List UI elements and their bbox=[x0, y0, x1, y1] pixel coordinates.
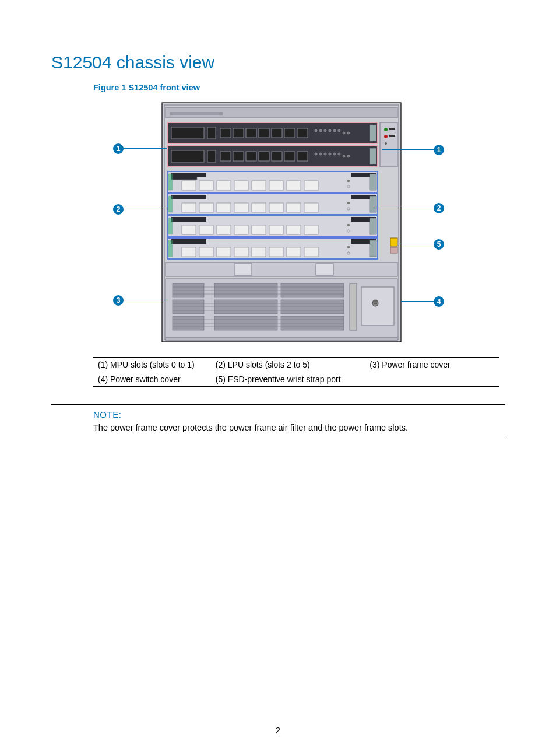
callout-2-left: 2 bbox=[113, 204, 124, 215]
svg-point-33 bbox=[315, 153, 317, 155]
svg-rect-8 bbox=[220, 128, 231, 138]
svg-rect-41 bbox=[370, 148, 376, 164]
svg-rect-61 bbox=[287, 181, 301, 190]
svg-rect-53 bbox=[171, 173, 206, 177]
svg-rect-59 bbox=[252, 181, 266, 190]
svg-point-45 bbox=[385, 142, 387, 145]
svg-rect-95 bbox=[171, 239, 206, 244]
svg-rect-84 bbox=[199, 225, 213, 235]
svg-rect-85 bbox=[217, 225, 231, 235]
svg-point-35 bbox=[324, 153, 326, 155]
svg-point-17 bbox=[324, 130, 326, 132]
svg-point-15 bbox=[315, 130, 317, 132]
svg-rect-137 bbox=[166, 337, 397, 341]
svg-rect-102 bbox=[269, 247, 283, 257]
svg-rect-31 bbox=[284, 152, 295, 161]
callout-5-right: 5 bbox=[434, 239, 444, 250]
legend-cell: (5) ESD-preventive wrist strap port bbox=[211, 372, 365, 387]
svg-rect-46 bbox=[389, 128, 395, 130]
svg-rect-79 bbox=[370, 196, 376, 212]
callout-1-right: 1 bbox=[434, 145, 444, 155]
svg-rect-9 bbox=[233, 128, 244, 138]
svg-rect-10 bbox=[246, 128, 256, 138]
legend-cell: (3) Power frame cover bbox=[365, 358, 499, 372]
table-row: (4) Power switch cover (5) ESD-preventiv… bbox=[93, 372, 499, 387]
svg-point-105 bbox=[347, 246, 350, 249]
svg-rect-30 bbox=[272, 152, 282, 161]
svg-rect-28 bbox=[246, 152, 256, 161]
callout-line bbox=[374, 208, 434, 208]
svg-point-21 bbox=[343, 132, 345, 134]
svg-rect-47 bbox=[389, 135, 395, 137]
svg-rect-80 bbox=[168, 196, 173, 212]
svg-point-36 bbox=[329, 153, 331, 155]
svg-point-18 bbox=[329, 130, 331, 132]
svg-point-77 bbox=[347, 202, 350, 204]
svg-rect-97 bbox=[182, 247, 196, 257]
svg-rect-72 bbox=[234, 203, 248, 212]
svg-point-91 bbox=[347, 224, 350, 226]
svg-rect-103 bbox=[287, 247, 301, 257]
svg-rect-83 bbox=[182, 225, 196, 235]
svg-rect-81 bbox=[171, 217, 206, 222]
svg-rect-111 bbox=[166, 262, 397, 276]
callout-line bbox=[382, 149, 434, 150]
callout-line bbox=[124, 148, 167, 149]
legend-cell: (2) LPU slots (slots 2 to 5) bbox=[211, 358, 365, 372]
svg-rect-27 bbox=[233, 152, 244, 161]
callout-3-left: 3 bbox=[113, 295, 124, 306]
svg-rect-12 bbox=[272, 128, 282, 138]
svg-rect-67 bbox=[171, 195, 206, 200]
page-number: 2 bbox=[0, 726, 556, 735]
svg-rect-101 bbox=[252, 247, 266, 257]
svg-point-43 bbox=[384, 128, 388, 131]
svg-rect-109 bbox=[390, 238, 397, 246]
svg-rect-24 bbox=[171, 150, 204, 162]
svg-point-19 bbox=[333, 130, 336, 132]
figure-caption: Figure 1 S12504 front view bbox=[93, 83, 505, 92]
svg-rect-100 bbox=[234, 247, 248, 257]
svg-rect-93 bbox=[370, 218, 376, 235]
svg-rect-110 bbox=[390, 247, 397, 253]
callout-line bbox=[397, 244, 434, 244]
svg-rect-3 bbox=[170, 112, 223, 116]
svg-rect-7 bbox=[207, 127, 216, 139]
svg-rect-73 bbox=[252, 203, 266, 212]
page-title: S12504 chassis view bbox=[51, 52, 505, 72]
svg-point-63 bbox=[347, 180, 350, 182]
svg-rect-70 bbox=[199, 203, 213, 212]
svg-rect-134 bbox=[361, 287, 394, 326]
svg-rect-58 bbox=[234, 181, 248, 190]
svg-rect-6 bbox=[171, 127, 204, 139]
svg-point-20 bbox=[338, 130, 340, 132]
svg-rect-29 bbox=[259, 152, 269, 161]
svg-point-16 bbox=[319, 130, 322, 132]
svg-rect-98 bbox=[199, 247, 213, 257]
figure-legend-table: (1) MPU slots (slots 0 to 1) (2) LPU slo… bbox=[93, 357, 499, 387]
legend-cell: (4) Power switch cover bbox=[93, 372, 211, 387]
svg-rect-94 bbox=[168, 218, 173, 235]
callout-line bbox=[124, 209, 167, 209]
svg-rect-32 bbox=[297, 152, 308, 161]
svg-point-37 bbox=[333, 153, 336, 155]
svg-point-38 bbox=[338, 153, 340, 155]
svg-rect-89 bbox=[287, 225, 301, 235]
svg-rect-113 bbox=[316, 264, 333, 275]
svg-rect-14 bbox=[297, 128, 308, 138]
svg-rect-23 bbox=[370, 125, 376, 141]
svg-rect-133 bbox=[350, 284, 357, 330]
svg-rect-74 bbox=[269, 203, 283, 212]
svg-rect-60 bbox=[269, 181, 283, 190]
svg-rect-11 bbox=[259, 128, 269, 138]
svg-rect-57 bbox=[217, 181, 231, 190]
svg-rect-87 bbox=[252, 225, 266, 235]
svg-rect-86 bbox=[234, 225, 248, 235]
svg-rect-25 bbox=[207, 150, 216, 162]
svg-point-44 bbox=[384, 135, 388, 138]
callout-4-right: 4 bbox=[434, 296, 444, 307]
svg-rect-88 bbox=[269, 225, 283, 235]
chassis-diagram: 1 1 2 2 3 5 4 bbox=[106, 99, 450, 346]
svg-rect-108 bbox=[168, 240, 173, 257]
svg-rect-71 bbox=[217, 203, 231, 212]
note-text: The power frame cover protects the power… bbox=[93, 423, 505, 436]
